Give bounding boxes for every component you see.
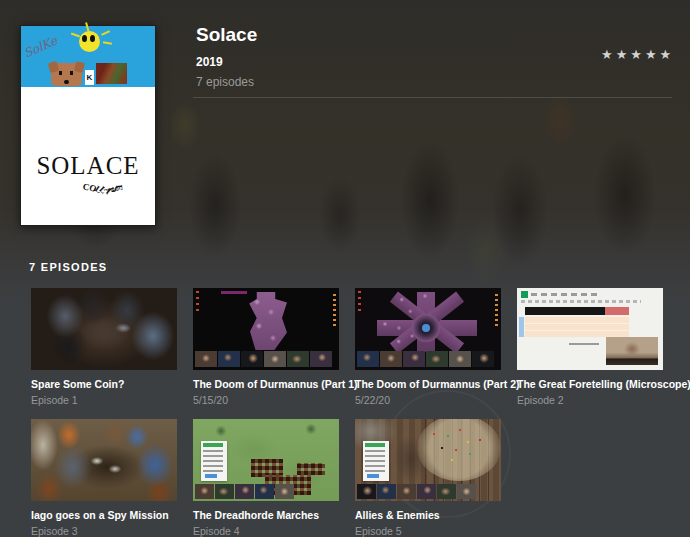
sun-eye <box>90 35 95 42</box>
webcam <box>218 351 240 367</box>
episode-title[interactable]: Spare Some Coin? <box>31 378 177 390</box>
episode-card: Spare Some Coin? Episode 1 <box>31 288 177 406</box>
webcam <box>357 351 379 367</box>
webcam <box>380 351 402 367</box>
webcam <box>287 351 309 367</box>
episode-count: 7 episodes <box>196 75 257 89</box>
poster-logo-text: SOLACE <box>21 152 155 180</box>
episode-thumbnail[interactable] <box>31 419 177 501</box>
vtt-map-art <box>390 292 464 354</box>
episode-card: The Dreadhorde Marches Episode 4 <box>193 419 339 537</box>
webcam <box>437 484 456 499</box>
webcam <box>235 484 254 499</box>
episode-card: Iago goes on a Spy Mission Episode 3 <box>31 419 177 537</box>
panel-button <box>367 474 379 478</box>
sun-ray <box>101 30 110 35</box>
dog-eye <box>70 71 73 75</box>
webcam-strip <box>357 351 494 367</box>
episode-thumbnail[interactable] <box>355 419 501 501</box>
vtt-map-art <box>377 320 477 336</box>
episode-subtitle: Episode 4 <box>193 525 339 537</box>
poster-signature: SolKe <box>22 33 60 60</box>
panel-header <box>365 443 385 447</box>
webcam <box>195 351 217 367</box>
show-meta: Solace 2019 7 episodes <box>196 24 257 89</box>
episode-card: The Doom of Durmannus (Part 1) 5/15/20 <box>193 288 339 406</box>
vtt-hud <box>221 291 247 294</box>
sun-ray <box>86 22 90 31</box>
panel-list <box>203 450 223 472</box>
dog-ear <box>74 61 85 73</box>
webcam <box>449 351 471 367</box>
spreadsheet-toolbar <box>521 300 641 303</box>
spreadsheet-header-row <box>525 307 629 315</box>
webcam <box>357 484 376 499</box>
dog-nose <box>64 80 69 84</box>
episode-thumbnail[interactable] <box>355 288 501 370</box>
episode-card: Allies & Enemies Episode 5 <box>355 419 501 537</box>
dog-eye <box>59 71 62 75</box>
webcam <box>264 351 286 367</box>
webcam <box>215 484 234 499</box>
token-formation <box>297 463 325 475</box>
spreadsheet-row <box>525 324 629 330</box>
spreadsheet-row <box>525 317 629 323</box>
vtt-side-panel <box>201 441 227 481</box>
vtt-map-art <box>390 292 464 354</box>
episode-card: The Great Foretelling (Microscope) Episo… <box>517 288 663 406</box>
panel-list <box>365 450 385 472</box>
webcam-strip <box>195 351 332 367</box>
webcam <box>472 351 494 367</box>
webcam <box>195 484 214 499</box>
episode-thumbnail[interactable] <box>193 288 339 370</box>
dog-ear <box>48 61 59 73</box>
vtt-side-panel <box>363 441 389 481</box>
header-divider <box>193 97 672 98</box>
vtt-hud <box>333 294 336 328</box>
vtt-map-art <box>245 292 287 350</box>
spreadsheet-icon <box>521 291 528 298</box>
webcam-strip <box>357 484 476 499</box>
spreadsheet-link-line <box>569 343 599 345</box>
token-formation <box>251 459 283 477</box>
spreadsheet-menu-bar <box>531 293 601 296</box>
episode-subtitle: Episode 5 <box>355 525 501 537</box>
episode-title[interactable]: The Doom of Durmannus (Part 1) <box>193 378 339 390</box>
poster-sky-art: SolKe K <box>21 26 155 87</box>
vtt-map-art <box>417 292 435 352</box>
episode-grid: Spare Some Coin? Episode 1 The Doom of D… <box>31 288 663 537</box>
vtt-hud <box>495 294 498 328</box>
episode-title[interactable]: The Dreadhorde Marches <box>193 509 339 521</box>
poster-photo-collage <box>96 63 127 84</box>
page-title: Solace <box>196 24 257 46</box>
episode-subtitle: 5/15/20 <box>193 394 339 406</box>
sun-eye <box>82 35 87 42</box>
episode-title[interactable]: The Doom of Durmannus (Part 2) <box>355 378 501 390</box>
poster-arc-text: COLLAPSE <box>83 182 132 192</box>
spreadsheet-side-cells <box>519 317 524 337</box>
episode-title[interactable]: Allies & Enemies <box>355 509 501 521</box>
webcam <box>310 351 332 367</box>
star-rating[interactable]: ★★★★★ <box>601 47 674 62</box>
show-poster[interactable]: SolKe K SOLACE COLLAPSE <box>20 25 156 226</box>
fortress-wall-art <box>425 419 495 501</box>
episode-subtitle: Episode 1 <box>31 394 177 406</box>
episode-card: The Doom of Durmannus (Part 2) 5/22/20 <box>355 288 501 406</box>
token-dots <box>433 433 435 435</box>
episode-thumbnail[interactable] <box>193 419 339 501</box>
spreadsheet-highlight-cell <box>605 307 629 315</box>
show-year: 2019 <box>196 55 257 69</box>
dog-icon <box>51 63 82 86</box>
webcam <box>241 351 263 367</box>
episode-thumbnail[interactable] <box>517 288 663 370</box>
sun-ray <box>71 33 80 37</box>
episode-thumbnail[interactable] <box>31 288 177 370</box>
vtt-hud <box>196 291 199 313</box>
webcam-strip <box>195 484 294 499</box>
episode-subtitle: Episode 3 <box>31 525 177 537</box>
episode-title[interactable]: The Great Foretelling (Microscope) <box>517 378 663 390</box>
token-formation <box>265 475 311 495</box>
sun-icon <box>79 31 100 52</box>
episode-title[interactable]: Iago goes on a Spy Mission <box>31 509 177 521</box>
poster-tag-icon: K <box>85 70 94 85</box>
